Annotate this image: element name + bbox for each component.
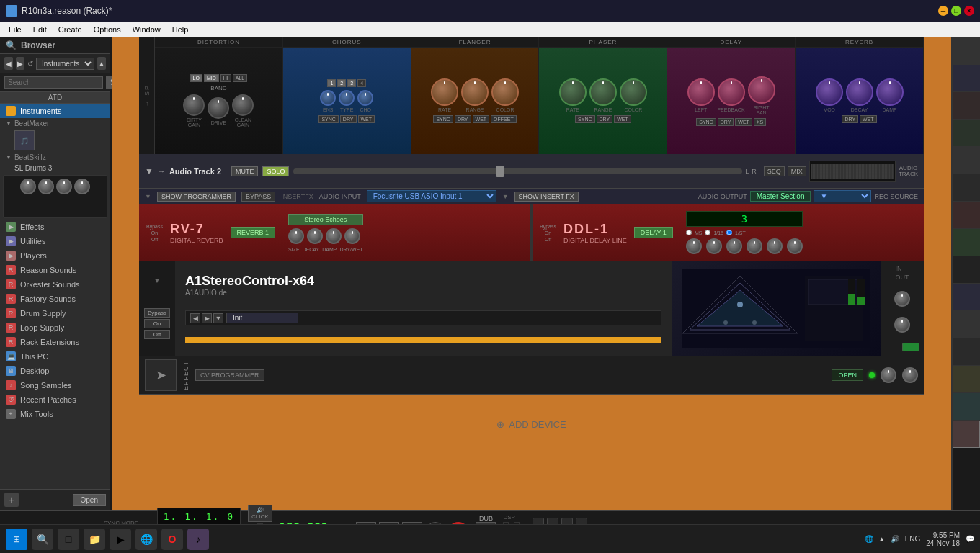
- mix-button[interactable]: MIX: [788, 166, 806, 176]
- sidebar-item-pc[interactable]: 💻 This PC: [0, 349, 110, 364]
- minimize-button[interactable]: ─: [938, 6, 948, 16]
- rv7-decay-knob[interactable]: [307, 228, 323, 244]
- taskbar-opera[interactable]: O: [161, 529, 183, 550]
- sl-drums-item[interactable]: SL Drums 3: [0, 163, 110, 174]
- dist-lo-btn[interactable]: LO: [190, 74, 202, 82]
- sidebar-item-reason-sounds[interactable]: R Reason Sounds: [0, 263, 110, 277]
- reverb-decay-knob[interactable]: [846, 78, 873, 106]
- thumb-2[interactable]: [953, 65, 980, 92]
- flanger-wet-btn[interactable]: WET: [473, 115, 490, 123]
- flanger-color-knob[interactable]: [491, 78, 519, 106]
- click-button[interactable]: 🔊 CLICK: [248, 505, 272, 522]
- a1-open-button[interactable]: OPEN: [832, 369, 863, 381]
- a1-bypass-button[interactable]: Bypass: [144, 308, 170, 318]
- delay-right-knob[interactable]: [748, 76, 775, 104]
- thumb-active[interactable]: [953, 421, 980, 448]
- chorus-wet-btn[interactable]: WET: [358, 115, 375, 123]
- ddl1-16-radio[interactable]: [705, 230, 710, 235]
- phaser-rate-knob[interactable]: [559, 78, 587, 106]
- solo-button[interactable]: SOLO: [262, 166, 289, 176]
- ddl1-preset-button[interactable]: DELAY 1: [634, 227, 673, 238]
- dist-mid-btn[interactable]: MID: [204, 74, 219, 82]
- a1-preset-menu[interactable]: ▼: [213, 313, 223, 323]
- show-programmer-button[interactable]: SHOW PROGRAMMER: [157, 192, 236, 202]
- phaser-range-knob[interactable]: [589, 78, 617, 106]
- chorus-4-btn[interactable]: 4: [357, 79, 366, 87]
- thumb-3[interactable]: [953, 92, 980, 120]
- taskbar-search[interactable]: 🔍: [32, 529, 53, 550]
- reverb-mod-knob[interactable]: [816, 78, 843, 106]
- taskbar-chrome[interactable]: 🌐: [135, 529, 157, 550]
- reverb-dry-btn[interactable]: DRY: [842, 115, 858, 123]
- chorus-sync-btn[interactable]: SYNC: [318, 115, 338, 123]
- chorus-cho-knob[interactable]: [357, 90, 373, 106]
- ddl1-steps-knob[interactable]: [686, 238, 702, 254]
- thumb-7[interactable]: [953, 202, 980, 229]
- nav-back-button[interactable]: ◀: [4, 57, 13, 70]
- sidebar-item-drum[interactable]: R Drum Supply: [0, 306, 110, 320]
- flanger-offset-btn[interactable]: OFFSET: [491, 115, 517, 123]
- bypass-button[interactable]: BYPASS: [241, 192, 275, 202]
- notification-icon[interactable]: 💬: [966, 535, 974, 543]
- a1-control-knob-2[interactable]: [894, 317, 910, 333]
- taskbar-task-view[interactable]: □: [58, 529, 79, 550]
- thumb-13[interactable]: [953, 366, 980, 393]
- maximize-button[interactable]: □: [951, 6, 961, 16]
- thumb-11[interactable]: [953, 311, 980, 338]
- delay-dry-btn[interactable]: DRY: [718, 118, 734, 126]
- drum-knob-4[interactable]: [74, 179, 90, 194]
- sidebar-item-factory[interactable]: R Factory Sounds: [0, 292, 110, 306]
- sidebar-item-recent[interactable]: ⏱ Recent Patches: [0, 392, 110, 407]
- taskbar-reason[interactable]: ♪: [187, 529, 209, 550]
- menu-edit[interactable]: Edit: [27, 24, 53, 35]
- a1-control-knob-1[interactable]: [894, 291, 910, 307]
- add-device-button[interactable]: ⊕ ADD DEVICE: [496, 419, 566, 430]
- audio-output-select[interactable]: ▼: [814, 190, 871, 202]
- dist-dirty-knob[interactable]: [183, 94, 205, 116]
- category-beatmaker[interactable]: ▼ BeatMaker: [0, 118, 110, 129]
- thumb-5[interactable]: [953, 147, 980, 174]
- vst-item-beatmaker[interactable]: 🎵: [0, 129, 110, 152]
- thumb-6[interactable]: [953, 174, 980, 202]
- thumb-9[interactable]: [953, 256, 980, 284]
- taskbar-explorer[interactable]: 📁: [84, 529, 105, 550]
- thumb-14[interactable]: [953, 393, 980, 421]
- open-button[interactable]: Open: [73, 494, 106, 506]
- sidebar-item-instruments[interactable]: Instruments: [0, 104, 110, 118]
- chorus-ens-knob[interactable]: [320, 90, 336, 106]
- a1-bottom-knob-left[interactable]: [881, 367, 896, 383]
- rv7-mode-button[interactable]: Stereo Echoes: [288, 214, 363, 225]
- menu-options[interactable]: Options: [88, 24, 127, 35]
- chorus-2-btn[interactable]: 2: [337, 79, 346, 87]
- a1-power-button[interactable]: [902, 343, 919, 351]
- browser-dropdown[interactable]: Instruments: [36, 58, 94, 70]
- dist-drive-knob[interactable]: [208, 97, 229, 119]
- drum-knob-2[interactable]: [38, 179, 54, 194]
- fader-thumb[interactable]: [496, 166, 504, 177]
- thumb-4[interactable]: [953, 120, 980, 147]
- sidebar-item-songs[interactable]: ♪ Song Samples: [0, 378, 110, 392]
- ddl1-1st-radio[interactable]: [726, 230, 732, 235]
- master-section-button[interactable]: Master Section: [750, 191, 811, 202]
- start-button[interactable]: ⊞: [6, 529, 27, 550]
- sidebar-item-effects[interactable]: ▶ Effects: [0, 220, 110, 234]
- ddl1-ms-radio[interactable]: [686, 230, 692, 235]
- mute-button[interactable]: MUTE: [231, 166, 259, 176]
- seq-button[interactable]: SEQ: [764, 166, 785, 176]
- flanger-dry-btn[interactable]: DRY: [455, 115, 471, 123]
- drum-knob-1[interactable]: [20, 179, 36, 194]
- chorus-type-knob[interactable]: [339, 90, 355, 106]
- thumb-12[interactable]: [953, 338, 980, 366]
- reverb-damp-knob[interactable]: [876, 78, 904, 106]
- nav-forward-button[interactable]: ▶: [16, 57, 24, 70]
- menu-file[interactable]: File: [3, 24, 27, 35]
- rv7-damp-knob[interactable]: [326, 228, 342, 244]
- delay-sync-btn[interactable]: SYNC: [696, 118, 716, 126]
- audio-input-select[interactable]: Focusrite USB ASIO Input 1: [367, 190, 496, 202]
- chorus-1-btn[interactable]: 1: [327, 79, 336, 87]
- a1-on-button[interactable]: On: [144, 319, 170, 328]
- category-beatskillz[interactable]: ▼ BeatSkillz: [0, 152, 110, 163]
- track-expand-arrow[interactable]: ▼: [145, 166, 153, 176]
- ddl1-unit-knob[interactable]: [706, 238, 722, 254]
- sidebar-item-desktop[interactable]: 🖥 Desktop: [0, 364, 110, 378]
